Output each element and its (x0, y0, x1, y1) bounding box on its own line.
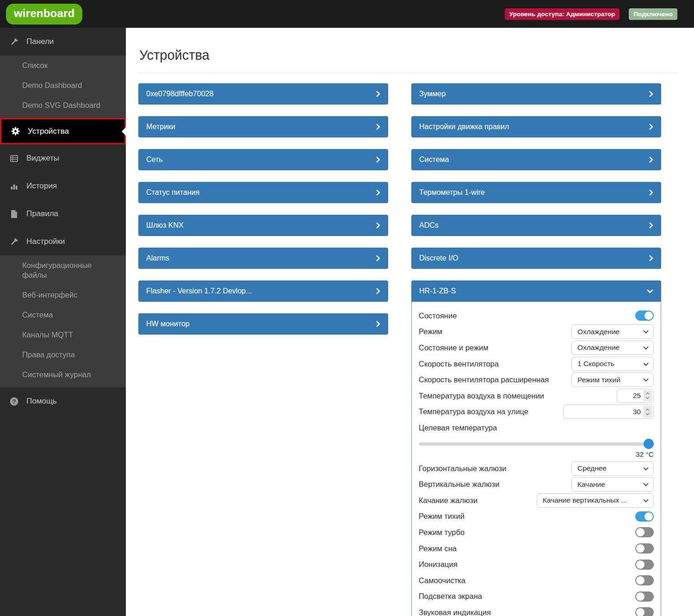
quiet-mode-toggle[interactable] (635, 511, 654, 522)
sidebar-item-config-files[interactable]: Конфигурационные файлы (0, 255, 126, 285)
select-value: Режим тихий (577, 376, 620, 384)
sleep-mode-toggle[interactable] (635, 543, 654, 554)
number-spinner[interactable] (643, 406, 652, 417)
chevron-right-icon (647, 156, 653, 163)
spin-down-icon (646, 396, 649, 399)
device-button-metrics[interactable]: Метрики (138, 116, 388, 137)
device-button-label: Flasher - Version 1.7.2 Devlop... (146, 287, 252, 295)
self-clean-toggle[interactable] (635, 575, 654, 585)
chevron-down-icon (643, 377, 648, 382)
chevron-right-icon (374, 91, 380, 97)
louver-swing-select[interactable]: Качание вертикальных ... (537, 493, 654, 508)
sidebar-item-mqtt-channels[interactable]: Каналы MQTT (0, 325, 126, 345)
device-button-flasher[interactable]: Flasher - Version 1.7.2 Devlop... (138, 280, 388, 302)
sidebar-item-system[interactable]: Система (0, 305, 126, 325)
horizontal-louvers-select[interactable]: Среднее (571, 461, 654, 476)
ionization-toggle[interactable] (635, 560, 654, 570)
sidebar-item-label: Панели (26, 37, 54, 46)
sidebar-item-system-log[interactable]: Системный журнал (0, 365, 126, 385)
target-temperature-slider[interactable] (419, 442, 654, 446)
control-row-louver-swing: Качание жалюзиКачание вертикальных ... (419, 492, 654, 509)
device-button-label: Alarms (146, 254, 169, 262)
chevron-right-icon (374, 288, 380, 294)
device-column-left: 0xe0798dfffeb70028МетрикиСетьСтатус пита… (138, 83, 388, 346)
outdoor-air-temperature-input[interactable]: 30 (563, 404, 654, 419)
device-button-discrete-io[interactable]: Discrete I/O (411, 248, 661, 269)
chevron-right-icon (374, 124, 380, 130)
sidebar-item-dashboards-list[interactable]: Список (0, 56, 126, 75)
device-button-thermometers-1wire[interactable]: Термометры 1-wire (411, 182, 661, 203)
control-label: Режим сна (419, 544, 457, 553)
device-button-grid: 0xe0798dfffeb70028МетрикиСетьСтатус пита… (138, 83, 677, 616)
device-button-adcs[interactable]: ADCs (411, 215, 661, 236)
toggle-knob (644, 512, 653, 521)
sidebar-item-label: Помощь (26, 397, 57, 406)
number-value: 25 (622, 392, 643, 400)
device-button-power-status[interactable]: Статус питания (138, 182, 388, 203)
sidebar-item-devices[interactable]: Устройства (0, 118, 126, 144)
vertical-louvers-select[interactable]: Качание (571, 477, 654, 492)
device-button-network[interactable]: Сеть (138, 149, 388, 170)
device-button-label: Сеть (146, 156, 163, 164)
sidebar-item-demo-svg-dashboard[interactable]: Demo SVG Dashboard (0, 95, 126, 115)
sidebar-item-help[interactable]: ?Помощь (0, 387, 126, 415)
chevron-right-icon (374, 255, 380, 261)
file-icon (10, 210, 19, 218)
device-button-alarms[interactable]: Alarms (138, 248, 388, 269)
control-row-mode: РежимОхлаждение (419, 324, 654, 340)
device-button-hw-monitor[interactable]: HW монитор (138, 313, 388, 335)
chart-icon (10, 182, 19, 190)
control-label: Вертикальные жалюзи (419, 480, 499, 489)
sidebar-item-access-rights[interactable]: Права доступа (0, 345, 126, 365)
number-spinner[interactable] (643, 390, 652, 402)
chevron-right-icon (647, 91, 653, 97)
access-level-badge: Уровень доступа: Администратор (505, 8, 620, 20)
fan-speed-extended-select[interactable]: Режим тихий (571, 373, 654, 387)
toggle-knob (636, 544, 644, 553)
chevron-right-icon (374, 189, 380, 196)
sidebar-item-label: Устройства (28, 127, 69, 136)
sidebar-item-widgets[interactable]: Виджеты (0, 144, 126, 172)
device-panel-hr-1-zb-s: HR-1-ZB-SСостояниеРежимОхлаждениеСостоян… (411, 280, 661, 616)
control-row-state-and-mode: Состояние и режимОхлаждение (419, 340, 654, 356)
control-label: Состояние и режим (419, 343, 488, 352)
device-button-buzzer[interactable]: Зуммер (411, 83, 661, 105)
sound-indication-toggle[interactable] (635, 607, 654, 616)
screen-backlight-toggle[interactable] (635, 591, 654, 602)
state-and-mode-select[interactable]: Охлаждение (571, 341, 654, 355)
device-panel-header-hr-1-zb-s[interactable]: HR-1-ZB-S (411, 280, 661, 302)
svg-text:?: ? (12, 398, 16, 404)
fan-speed-select[interactable]: 1 Скорость (571, 357, 654, 371)
slider-thumb[interactable] (644, 439, 654, 449)
sidebar-item-panels[interactable]: Панели (0, 28, 126, 56)
control-row-fan-speed-extended: Скорость вентилятора расширеннаяРежим ти… (419, 372, 654, 388)
toggle-knob (636, 560, 644, 569)
control-row-state: Состояние (419, 308, 654, 324)
state-toggle[interactable] (635, 311, 654, 321)
sidebar-item-rules[interactable]: Правила (0, 200, 126, 228)
control-row-outdoor-air-temperature: Температура воздуха на улице30 (419, 404, 654, 420)
chevron-right-icon (374, 156, 380, 163)
select-value: 1 Скорость (577, 360, 614, 368)
device-column-right: ЗуммерНастройки движка правилСистемаТерм… (411, 83, 661, 616)
chevron-right-icon (647, 189, 653, 196)
sidebar-item-settings[interactable]: Настройки (0, 228, 126, 255)
sidebar-subgroup: СписокDemo DashboardDemo SVG Dashboard (0, 56, 126, 118)
mode-select[interactable]: Охлаждение (571, 324, 654, 339)
turbo-mode-toggle[interactable] (635, 527, 654, 537)
sidebar-item-history[interactable]: История (0, 172, 126, 200)
device-button-system[interactable]: Система (411, 149, 661, 170)
active-item-arrow (122, 127, 126, 136)
app-logo[interactable]: wirenboard (6, 4, 82, 25)
device-button-rules-engine-settings[interactable]: Настройки движка правил (411, 116, 661, 137)
device-button-device-0xe0798dfffeb70028[interactable]: 0xe0798dfffeb70028 (138, 83, 388, 105)
chevron-down-icon (643, 361, 648, 366)
control-row-target-temperature: Целевая температура (419, 420, 654, 436)
header-badges: Уровень доступа: Администратор Подключен… (505, 8, 677, 20)
room-air-temperature-input[interactable]: 25 (617, 389, 654, 403)
device-button-knx-gateway[interactable]: Шлюз KNX (138, 215, 388, 236)
control-label: Состояние (419, 311, 457, 320)
sidebar-item-label: История (26, 181, 57, 191)
sidebar-item-demo-dashboard[interactable]: Demo Dashboard (0, 75, 126, 95)
sidebar-item-web-interface[interactable]: Веб-интерфейс (0, 285, 126, 305)
